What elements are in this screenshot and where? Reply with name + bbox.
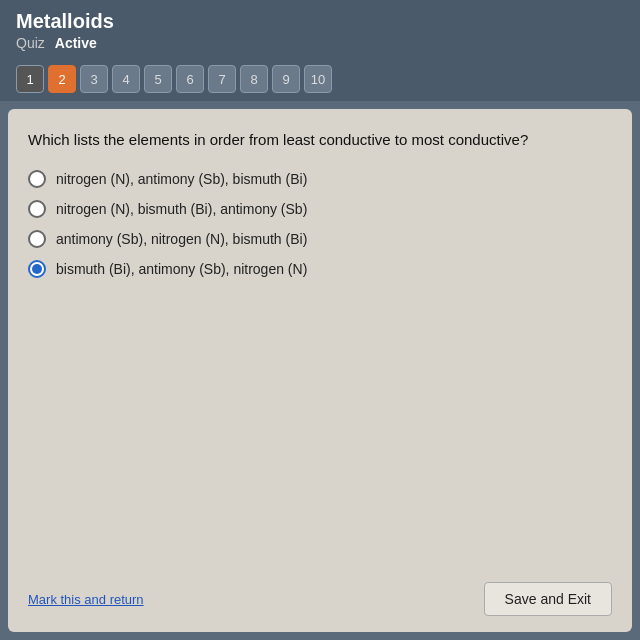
question-number-10[interactable]: 10 xyxy=(304,65,332,93)
option-a[interactable]: nitrogen (N), antimony (Sb), bismuth (Bi… xyxy=(28,170,612,188)
main-content: Which lists the elements in order from l… xyxy=(8,109,632,632)
question-number-2[interactable]: 2 xyxy=(48,65,76,93)
radio-inner-d xyxy=(32,264,42,274)
footer: Mark this and return Save and Exit xyxy=(28,566,612,616)
save-exit-button[interactable]: Save and Exit xyxy=(484,582,612,616)
radio-c[interactable] xyxy=(28,230,46,248)
radio-a[interactable] xyxy=(28,170,46,188)
option-b[interactable]: nitrogen (N), bismuth (Bi), antimony (Sb… xyxy=(28,200,612,218)
question-number-9[interactable]: 9 xyxy=(272,65,300,93)
option-label-b: nitrogen (N), bismuth (Bi), antimony (Sb… xyxy=(56,201,307,217)
question-number-5[interactable]: 5 xyxy=(144,65,172,93)
question-number-6[interactable]: 6 xyxy=(176,65,204,93)
option-label-a: nitrogen (N), antimony (Sb), bismuth (Bi… xyxy=(56,171,307,187)
question-number-row: 12345678910 xyxy=(0,57,640,101)
option-label-d: bismuth (Bi), antimony (Sb), nitrogen (N… xyxy=(56,261,307,277)
quiz-label: Quiz xyxy=(16,35,45,51)
question-number-1[interactable]: 1 xyxy=(16,65,44,93)
option-d[interactable]: bismuth (Bi), antimony (Sb), nitrogen (N… xyxy=(28,260,612,278)
header-sub: Quiz Active xyxy=(16,35,624,51)
question-number-8[interactable]: 8 xyxy=(240,65,268,93)
question-number-3[interactable]: 3 xyxy=(80,65,108,93)
option-c[interactable]: antimony (Sb), nitrogen (N), bismuth (Bi… xyxy=(28,230,612,248)
question-number-7[interactable]: 7 xyxy=(208,65,236,93)
active-badge: Active xyxy=(55,35,97,51)
radio-b[interactable] xyxy=(28,200,46,218)
question-number-4[interactable]: 4 xyxy=(112,65,140,93)
page-title: Metalloids xyxy=(16,10,624,33)
page-header: Metalloids Quiz Active xyxy=(0,0,640,57)
option-label-c: antimony (Sb), nitrogen (N), bismuth (Bi… xyxy=(56,231,307,247)
options-list: nitrogen (N), antimony (Sb), bismuth (Bi… xyxy=(28,170,612,278)
radio-d[interactable] xyxy=(28,260,46,278)
mark-return-button[interactable]: Mark this and return xyxy=(28,592,144,607)
question-text: Which lists the elements in order from l… xyxy=(28,129,612,150)
